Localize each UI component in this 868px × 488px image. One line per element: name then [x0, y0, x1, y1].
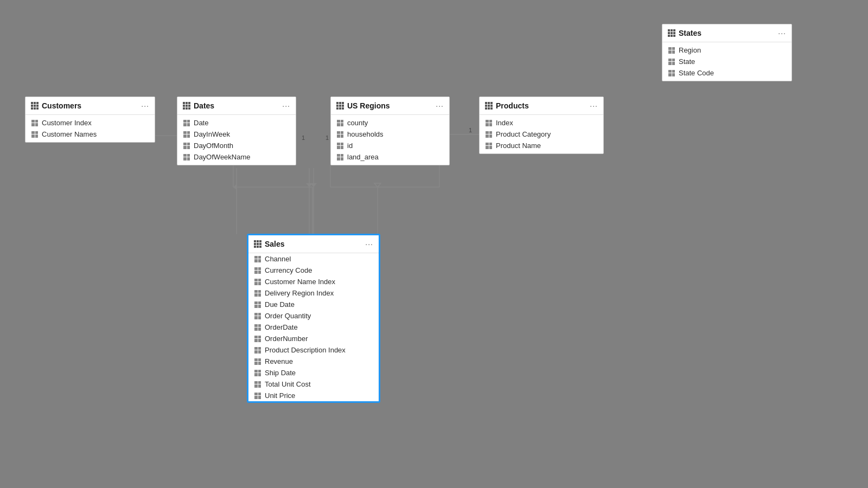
states-table-header: States ···: [662, 24, 792, 42]
list-item[interactable]: Order Quantity: [248, 310, 379, 322]
list-item[interactable]: DayOfWeekName: [177, 151, 296, 163]
field-label: State Code: [679, 69, 714, 77]
us-regions-table-menu[interactable]: ···: [436, 101, 444, 110]
list-item[interactable]: Ship Date: [248, 367, 379, 378]
list-item[interactable]: Customer Names: [25, 129, 155, 140]
list-item[interactable]: Region: [662, 44, 792, 56]
field-label: Product Description Index: [265, 346, 346, 354]
field-grid-icon: [668, 58, 675, 66]
list-item[interactable]: OrderNumber: [248, 333, 379, 344]
list-item[interactable]: Channel: [248, 253, 379, 265]
svg-marker-10: [306, 183, 312, 187]
dates-table-menu[interactable]: ···: [282, 101, 290, 110]
products-table-header: Products ···: [480, 97, 603, 115]
dates-table[interactable]: Dates ··· Date DayInWeek DayOfMonth Day: [177, 97, 296, 165]
sales-table-menu[interactable]: ···: [365, 240, 373, 248]
us-regions-table[interactable]: US Regions ··· county households id lan: [330, 97, 450, 165]
field-grid-icon: [254, 312, 261, 320]
field-label: id: [347, 142, 353, 150]
customers-table-menu[interactable]: ···: [141, 101, 149, 110]
table-icon: [485, 102, 493, 110]
products-table-menu[interactable]: ···: [590, 101, 598, 110]
products-table[interactable]: Products ··· Index Product Category Prod…: [479, 97, 604, 154]
us-regions-table-title: US Regions: [347, 101, 432, 110]
list-item[interactable]: households: [331, 129, 449, 140]
svg-marker-11: [310, 183, 317, 187]
states-table-body: Region State State Code: [662, 42, 792, 81]
us-regions-table-body: county households id land_area: [331, 115, 449, 165]
field-label: Product Name: [496, 142, 541, 150]
field-label: land_area: [347, 153, 379, 161]
field-label: Total Unit Cost: [265, 380, 311, 388]
field-grid-icon: [254, 324, 261, 331]
list-item[interactable]: land_area: [331, 151, 449, 163]
list-item[interactable]: Product Name: [480, 140, 603, 151]
field-grid-icon: [254, 358, 261, 365]
field-label: Channel: [265, 255, 291, 263]
list-item[interactable]: county: [331, 117, 449, 129]
table-icon: [254, 240, 261, 248]
field-label: Customer Names: [42, 130, 97, 138]
list-item[interactable]: DayOfMonth: [177, 140, 296, 151]
list-item[interactable]: Product Category: [480, 129, 603, 140]
list-item[interactable]: DayInWeek: [177, 129, 296, 140]
sales-table[interactable]: Sales ··· Channel Currency Code Customer…: [247, 234, 380, 402]
field-label: OrderNumber: [265, 335, 308, 343]
field-label: Index: [496, 119, 513, 127]
field-grid-icon: [183, 142, 190, 150]
svg-marker-5: [233, 184, 237, 190]
field-grid-icon: [254, 301, 261, 309]
list-item[interactable]: Unit Price: [248, 390, 379, 401]
list-item[interactable]: Total Unit Cost: [248, 378, 379, 390]
customers-table-title: Customers: [42, 101, 138, 110]
field-label: households: [347, 130, 384, 138]
list-item[interactable]: Date: [177, 117, 296, 129]
field-label: Currency Code: [265, 266, 312, 274]
svg-text:1: 1: [302, 134, 305, 141]
list-item[interactable]: Revenue: [248, 356, 379, 367]
list-item[interactable]: Currency Code: [248, 265, 379, 276]
field-label: Ship Date: [265, 369, 296, 377]
field-grid-icon: [31, 131, 39, 138]
list-item[interactable]: State: [662, 56, 792, 67]
field-label: Order Quantity: [265, 312, 311, 320]
field-grid-icon: [183, 153, 190, 161]
field-grid-icon: [668, 69, 675, 77]
customers-table[interactable]: Customers ··· Customer Index Customer Na…: [25, 97, 155, 143]
field-label: Customer Index: [42, 119, 92, 127]
sales-table-header: Sales ···: [248, 235, 379, 253]
states-table-menu[interactable]: ···: [778, 29, 786, 37]
list-item[interactable]: Customer Name Index: [248, 276, 379, 287]
states-table-title: States: [679, 29, 775, 37]
field-grid-icon: [485, 142, 493, 150]
list-item[interactable]: Customer Index: [25, 117, 155, 129]
states-table[interactable]: States ··· Region State State Code: [662, 24, 792, 81]
sales-table-body[interactable]: Channel Currency Code Customer Name Inde…: [248, 253, 379, 401]
dates-table-body: Date DayInWeek DayOfMonth DayOfWeekName: [177, 115, 296, 165]
svg-text:1: 1: [469, 127, 472, 133]
field-grid-icon: [254, 346, 261, 354]
field-grid-icon: [336, 142, 344, 150]
list-item[interactable]: State Code: [662, 67, 792, 79]
field-grid-icon: [254, 267, 261, 274]
list-item[interactable]: Due Date: [248, 299, 379, 310]
list-item[interactable]: Index: [480, 117, 603, 129]
field-label: Region: [679, 46, 701, 54]
field-grid-icon: [31, 119, 39, 127]
field-grid-icon: [336, 131, 344, 138]
customers-table-header: Customers ···: [25, 97, 155, 115]
field-label: Date: [194, 119, 208, 127]
products-table-body: Index Product Category Product Name: [480, 115, 603, 153]
field-label: Customer Name Index: [265, 278, 335, 286]
svg-text:1: 1: [326, 134, 329, 141]
field-grid-icon: [668, 47, 675, 54]
field-label: State: [679, 57, 695, 66]
field-grid-icon: [183, 131, 190, 138]
field-grid-icon: [254, 392, 261, 400]
list-item[interactable]: OrderDate: [248, 322, 379, 333]
list-item[interactable]: id: [331, 140, 449, 151]
field-grid-icon: [254, 255, 261, 263]
field-label: Due Date: [265, 300, 295, 309]
list-item[interactable]: Delivery Region Index: [248, 287, 379, 299]
list-item[interactable]: Product Description Index: [248, 344, 379, 356]
